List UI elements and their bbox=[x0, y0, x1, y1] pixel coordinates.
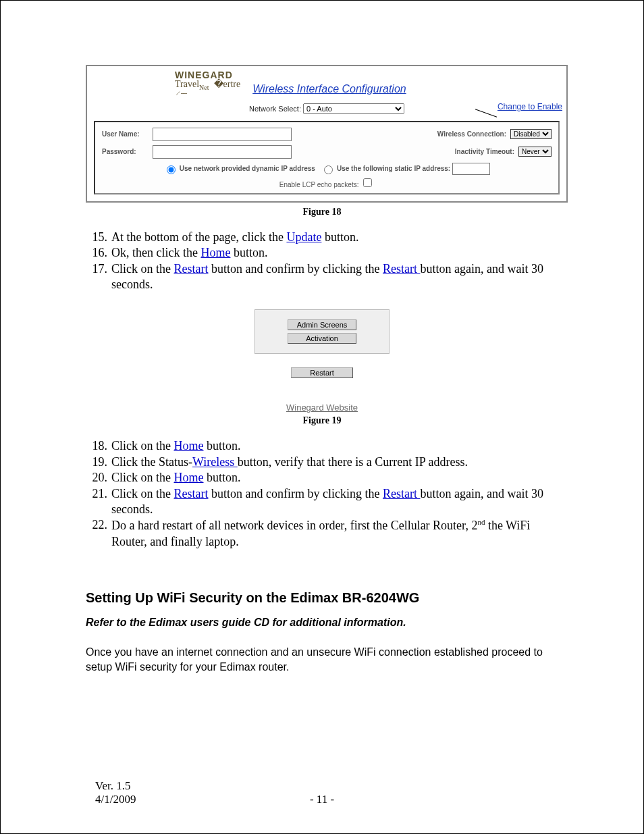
step-19: 19. Click the Status-Wireless button, ve… bbox=[86, 454, 558, 470]
panel-title: Wireless Interface Configuration bbox=[252, 83, 406, 95]
logo-net: Net bbox=[199, 84, 209, 91]
home-link[interactable]: Home bbox=[174, 439, 204, 452]
restart-link-2[interactable]: Restart bbox=[383, 262, 421, 276]
step-text: Click on the Restart button and confirm … bbox=[111, 261, 558, 293]
ordinal-sup: nd bbox=[477, 518, 485, 526]
ip-mode-row: Use network provided dynamic IP address … bbox=[102, 163, 552, 175]
step-17: 17. Click on the Restart button and conf… bbox=[86, 261, 558, 293]
instruction-block-a: 15. At the bottom of the page, click the… bbox=[86, 230, 558, 293]
step-number: 18. bbox=[86, 438, 107, 454]
update-link[interactable]: Update bbox=[286, 230, 321, 244]
step-22: 22. Do a hard restart of all network dev… bbox=[86, 517, 558, 550]
activation-button[interactable]: Activation bbox=[288, 333, 356, 344]
text: Click the Status- bbox=[111, 455, 192, 469]
text: button and confirm by clicking the bbox=[209, 487, 383, 500]
text: Ok, then click the bbox=[111, 246, 200, 259]
figure-19-top-bar: Admin Screens Activation bbox=[254, 309, 390, 354]
callout-line bbox=[475, 109, 497, 118]
content-area: WINEGARD TravelNet �ertre ⟋⎯⎯ Wireless I… bbox=[86, 65, 558, 674]
step-number: 16. bbox=[86, 245, 107, 261]
restart-link-2[interactable]: Restart bbox=[383, 487, 421, 500]
text: At the bottom of the page, click the bbox=[111, 230, 286, 244]
page: WINEGARD TravelNet �ertre ⟋⎯⎯ Wireless I… bbox=[0, 0, 644, 834]
text: button, verify that there is a Current I… bbox=[238, 455, 468, 469]
network-select-row: Network Select: 0 - Auto Change to Enabl… bbox=[94, 103, 560, 114]
winegard-logo: WINEGARD TravelNet �ertre ⟋⎯⎯ bbox=[175, 70, 240, 97]
wifi-icon: �ertre bbox=[211, 79, 240, 89]
username-input[interactable] bbox=[153, 128, 292, 141]
inactivity-timeout-label: Inactivity Timeout: bbox=[455, 148, 514, 155]
password-label: Password: bbox=[102, 148, 146, 155]
row-username: User Name: Wireless Connection: Disabled bbox=[102, 128, 552, 141]
wireless-connection-select[interactable]: Disabled bbox=[510, 129, 552, 139]
text: Click on the bbox=[111, 471, 174, 484]
step-number: 19. bbox=[86, 454, 107, 470]
figure-19-panel: Admin Screens Activation Restart Winegar… bbox=[254, 309, 390, 413]
spacer bbox=[254, 354, 390, 366]
home-link[interactable]: Home bbox=[200, 246, 230, 259]
restart-link[interactable]: Restart bbox=[174, 487, 209, 500]
step-text: Click on the Restart button and confirm … bbox=[111, 486, 558, 518]
section-paragraph: Once you have an internet connection and… bbox=[86, 645, 558, 674]
text: button and confirm by clicking the bbox=[209, 262, 383, 276]
restart-button[interactable]: Restart bbox=[291, 367, 353, 378]
section-heading: Setting Up WiFi Security on the Edimax B… bbox=[86, 590, 558, 606]
wireless-link[interactable]: Wireless bbox=[192, 455, 238, 469]
text: button. bbox=[230, 246, 267, 259]
footer-date: 4/1/2009 bbox=[95, 793, 136, 806]
logo-top-text: WINEGARD bbox=[175, 70, 240, 80]
figure-19-caption: Figure 19 bbox=[86, 415, 558, 426]
username-label: User Name: bbox=[102, 130, 146, 138]
text: button. bbox=[204, 471, 241, 484]
step-text: Do a hard restart of all network devices… bbox=[111, 517, 558, 550]
inactivity-timeout-select[interactable]: Never bbox=[518, 147, 552, 157]
row-password: Password: Inactivity Timeout: Never bbox=[102, 145, 552, 159]
text: Click on the bbox=[111, 487, 174, 500]
section-subnote: Refer to the Edimax users guide CD for a… bbox=[86, 617, 558, 629]
figure-19-restart-row: Restart bbox=[254, 366, 390, 378]
text: button. bbox=[321, 230, 358, 244]
step-text: Ok, then click the Home button. bbox=[111, 245, 558, 261]
step-number: 17. bbox=[86, 261, 107, 293]
step-18: 18. Click on the Home button. bbox=[86, 438, 558, 454]
instruction-block-b: 18. Click on the Home button. 19. Click … bbox=[86, 438, 558, 550]
static-ip-label: Use the following static IP address: bbox=[337, 164, 450, 172]
step-text: Click the Status-Wireless button, verify… bbox=[111, 454, 558, 470]
dynamic-ip-radio[interactable] bbox=[167, 165, 176, 174]
step-text: Click on the Home button. bbox=[111, 438, 558, 454]
step-15: 15. At the bottom of the page, click the… bbox=[86, 230, 558, 245]
footer-version: Ver. 1.5 bbox=[95, 779, 549, 793]
step-number: 21. bbox=[86, 486, 107, 518]
winegard-website-link[interactable]: Winegard Website bbox=[254, 402, 390, 413]
step-20: 20. Click on the Home button. bbox=[86, 470, 558, 486]
lcp-row: Enable LCP echo packets: bbox=[102, 176, 552, 189]
text: Do a hard restart of all network devices… bbox=[111, 519, 477, 532]
home-link[interactable]: Home bbox=[174, 471, 204, 484]
restart-link[interactable]: Restart bbox=[174, 262, 209, 276]
step-number: 20. bbox=[86, 470, 107, 486]
header-row: WINEGARD TravelNet �ertre ⟋⎯⎯ Wireless I… bbox=[175, 70, 560, 97]
network-select-label: Network Select: bbox=[249, 105, 301, 113]
text: Click on the bbox=[111, 439, 174, 452]
figure-18-panel: WINEGARD TravelNet �ertre ⟋⎯⎯ Wireless I… bbox=[86, 65, 568, 203]
lcp-label: Enable LCP echo packets: bbox=[279, 181, 359, 188]
lcp-checkbox[interactable] bbox=[363, 178, 372, 187]
step-text: Click on the Home button. bbox=[111, 470, 558, 486]
admin-screens-button[interactable]: Admin Screens bbox=[288, 319, 356, 330]
step-21: 21. Click on the Restart button and conf… bbox=[86, 486, 558, 518]
step-number: 22. bbox=[86, 517, 107, 550]
footer-page-number: - 11 - bbox=[310, 793, 334, 806]
password-input[interactable] bbox=[153, 145, 292, 159]
figure-18-caption: Figure 18 bbox=[86, 207, 558, 217]
dynamic-ip-label: Use network provided dynamic IP address bbox=[180, 164, 315, 172]
wireless-connection-label: Wireless Connection: bbox=[437, 130, 506, 138]
change-to-enable-link[interactable]: Change to Enable bbox=[498, 102, 562, 111]
static-ip-radio[interactable] bbox=[324, 165, 333, 174]
page-footer: Ver. 1.5 4/1/2009 - 11 - bbox=[95, 779, 549, 806]
step-number: 15. bbox=[86, 230, 107, 245]
network-select-dropdown[interactable]: 0 - Auto bbox=[303, 103, 404, 114]
logo-travel: Travel bbox=[175, 79, 199, 89]
static-ip-input[interactable] bbox=[452, 163, 490, 175]
form-box: User Name: Wireless Connection: Disabled… bbox=[94, 121, 560, 194]
text: button. bbox=[204, 439, 241, 452]
